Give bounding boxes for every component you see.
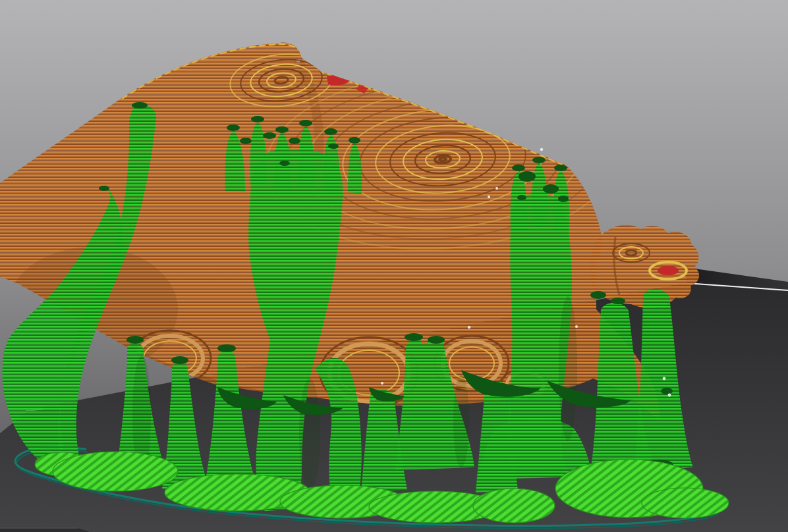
- plate-front-left-side: [0, 528, 90, 532]
- model-red-top-surface: [658, 266, 679, 275]
- slicer-3d-viewport[interactable]: [0, 0, 788, 532]
- scene-canvas[interactable]: [0, 0, 788, 532]
